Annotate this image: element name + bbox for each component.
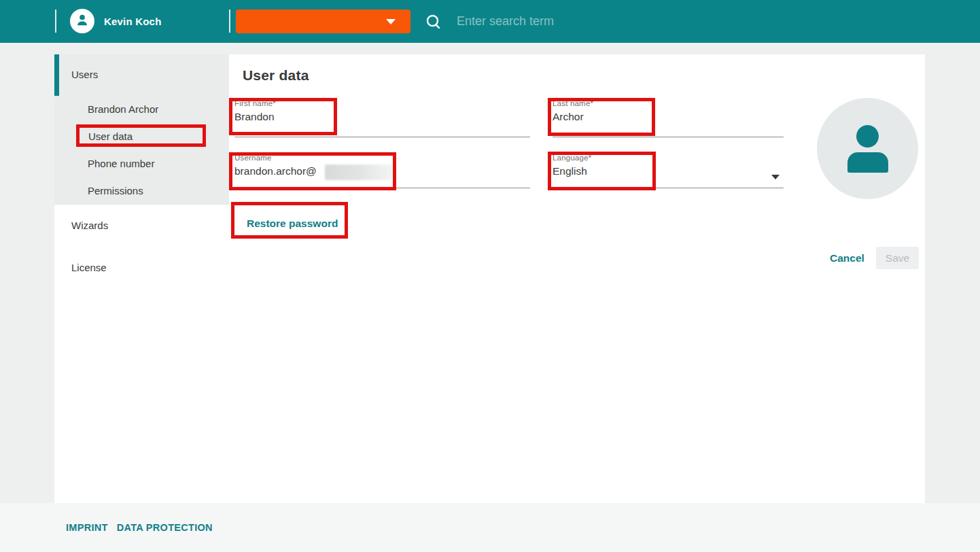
username-label: Username <box>234 154 530 162</box>
username-field[interactable]: Username brandon.archor@ <box>234 154 530 188</box>
topbar-divider <box>229 10 230 33</box>
current-user-avatar[interactable] <box>70 9 94 33</box>
select-arrow-icon <box>771 175 780 179</box>
search-icon <box>425 13 442 33</box>
last-name-label: Last name* <box>553 99 784 107</box>
chevron-down-icon <box>386 19 396 24</box>
page-title: User data <box>243 67 309 84</box>
active-section-accent <box>54 54 59 96</box>
topbar-divider <box>55 10 56 33</box>
cancel-button[interactable]: Cancel <box>830 252 864 264</box>
footer-links: IMPRINT DATA PROTECTION <box>66 503 213 552</box>
redacted-domain-blur <box>325 165 393 180</box>
sidebar-item-permissions[interactable]: Permissions <box>88 185 143 196</box>
sidebar-item-license[interactable]: License <box>71 262 107 273</box>
main-panel: User data First name* Brandon Last name*… <box>229 54 925 503</box>
sidebar: Users Brandon Archor User data Phone num… <box>54 54 229 503</box>
search-input[interactable] <box>457 10 837 33</box>
sidebar-item-users[interactable]: Users <box>71 69 98 80</box>
language-value: English <box>553 165 784 177</box>
last-name-field[interactable]: Last name* Archor <box>553 99 784 137</box>
language-select[interactable]: Language* English <box>553 154 784 188</box>
top-bar: Kevin Koch <box>0 0 980 43</box>
save-button[interactable]: Save <box>876 247 919 269</box>
primary-action-dropdown[interactable] <box>236 10 410 33</box>
sidebar-item-user-data[interactable]: User data <box>88 131 133 142</box>
sidebar-item-brandon-archor[interactable]: Brandon Archor <box>88 103 158 115</box>
first-name-field[interactable]: First name* Brandon <box>234 99 530 137</box>
app-window: Kevin Koch Users Brandon Archor User dat… <box>0 0 980 552</box>
last-name-value: Archor <box>553 111 784 123</box>
language-label: Language* <box>553 154 784 162</box>
first-name-value: Brandon <box>234 111 530 123</box>
person-icon <box>856 125 879 148</box>
profile-picture[interactable] <box>817 98 918 199</box>
sidebar-item-wizards[interactable]: Wizards <box>71 220 108 231</box>
footer: IMPRINT DATA PROTECTION <box>0 503 980 552</box>
data-protection-link[interactable]: DATA PROTECTION <box>117 522 213 533</box>
person-icon-body <box>847 152 888 173</box>
current-user-name: Kevin Koch <box>104 0 162 43</box>
user-icon <box>75 12 90 30</box>
sidebar-item-phone-number[interactable]: Phone number <box>88 158 154 169</box>
first-name-label: First name* <box>234 99 530 107</box>
imprint-link[interactable]: IMPRINT <box>66 522 108 533</box>
restore-password-button[interactable]: Restore password <box>247 218 338 230</box>
